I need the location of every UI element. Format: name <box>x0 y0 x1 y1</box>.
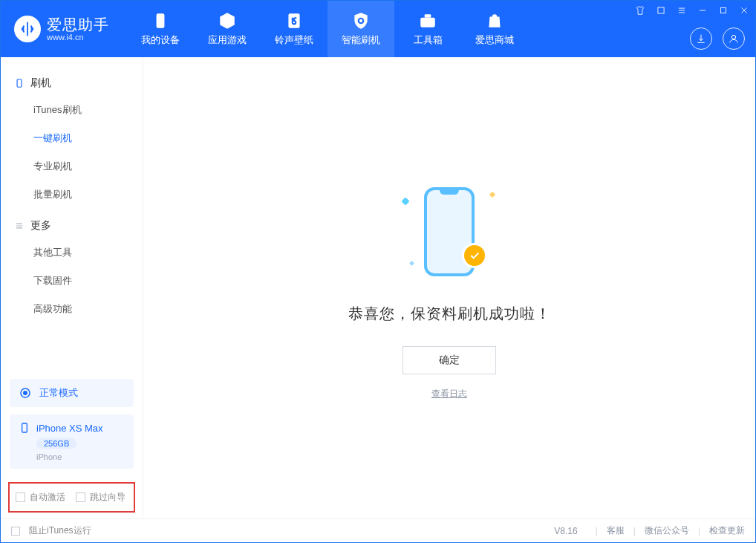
nav-label: 爱思商城 <box>475 33 514 47</box>
device-type: iPhone <box>36 452 125 461</box>
minimize-icon[interactable] <box>696 4 709 17</box>
sidebar-group-header: 更多 <box>1 213 143 238</box>
device-storage: 256GB <box>36 438 76 449</box>
version-label: V8.16 <box>554 526 577 536</box>
checkbox-icon <box>16 492 25 502</box>
svg-rect-5 <box>721 8 726 13</box>
sidebar-item-pro-flash[interactable]: 专业刷机 <box>1 152 143 181</box>
nav-label: 铃声壁纸 <box>275 33 313 47</box>
svg-rect-7 <box>17 79 22 88</box>
footer-link-check-update[interactable]: 检查更新 <box>709 524 745 537</box>
sidebar-item-batch-flash[interactable]: 批量刷机 <box>1 181 143 209</box>
toolbox-icon <box>418 11 437 30</box>
success-title: 恭喜您，保资料刷机成功啦！ <box>348 304 551 324</box>
list-icon <box>14 221 25 231</box>
cube-icon <box>218 11 237 30</box>
device-phone-icon <box>19 422 30 434</box>
app-subtitle: www.i4.cn <box>47 33 109 42</box>
checkbox-label: 阻止iTunes运行 <box>29 524 91 537</box>
device-mode-card[interactable]: 正常模式 <box>10 379 134 407</box>
svg-rect-4 <box>658 7 664 13</box>
user-icon[interactable] <box>723 27 745 50</box>
app-title: 爱思助手 <box>47 16 109 33</box>
sparkle-icon <box>489 191 495 197</box>
sparkle-icon <box>401 197 409 205</box>
sidebar-item-advanced-features[interactable]: 高级功能 <box>1 295 143 323</box>
confirm-button[interactable]: 确定 <box>403 346 496 374</box>
group-label: 刷机 <box>30 77 51 90</box>
maximize-icon[interactable] <box>717 4 730 17</box>
footer-link-wechat[interactable]: 微信公众号 <box>645 524 689 537</box>
body-area: 刷机 iTunes刷机 一键刷机 专业刷机 批量刷机 更多 其他工具 下载固件 … <box>1 57 755 518</box>
checkbox-label: 自动激活 <box>30 491 65 504</box>
footer-link-service[interactable]: 客服 <box>607 524 625 537</box>
checkbox-icon <box>76 492 85 502</box>
nav-tab-my-device[interactable]: 我的设备 <box>127 1 194 57</box>
sidebar: 刷机 iTunes刷机 一键刷机 专业刷机 批量刷机 更多 其他工具 下载固件 … <box>1 57 143 518</box>
header: 爱思助手 www.i4.cn 我的设备 应用游戏 铃声壁纸 智能刷机 <box>1 1 755 57</box>
footer: 阻止iTunes运行 V8.16 | 客服 | 微信公众号 | 检查更新 <box>1 518 755 542</box>
nav-label: 我的设备 <box>141 33 180 47</box>
window-controls <box>633 4 751 17</box>
check-circle-icon <box>462 243 487 268</box>
close-icon[interactable] <box>737 4 751 17</box>
checkbox-block-itunes[interactable]: 阻止iTunes运行 <box>11 524 91 537</box>
checkbox-auto-activate[interactable]: 自动激活 <box>16 491 65 504</box>
flash-options-box: 自动激活 跳过向导 <box>8 482 135 513</box>
nav-tab-ring-wallpaper[interactable]: 铃声壁纸 <box>261 1 328 57</box>
nav-label: 工具箱 <box>414 33 443 47</box>
checkbox-icon <box>11 527 20 536</box>
sidebar-item-itunes-flash[interactable]: iTunes刷机 <box>1 96 143 124</box>
device-mode-label: 正常模式 <box>39 386 78 400</box>
nav-tab-smart-flash[interactable]: 智能刷机 <box>328 1 394 57</box>
sidebar-group-header: 刷机 <box>1 71 143 96</box>
main-content: 恭喜您，保资料刷机成功啦！ 确定 查看日志 <box>143 57 755 518</box>
menu-icon[interactable] <box>675 4 688 17</box>
sidebar-group-more: 更多 其他工具 下载固件 高级功能 <box>1 213 143 328</box>
download-icon[interactable] <box>690 27 712 50</box>
header-right-icons <box>690 27 745 50</box>
view-log-link[interactable]: 查看日志 <box>431 388 467 400</box>
sparkle-icon <box>409 260 414 265</box>
window-icon[interactable] <box>654 4 668 17</box>
logo-area: 爱思助手 www.i4.cn <box>1 1 123 57</box>
checkbox-label: 跳过向导 <box>90 491 126 504</box>
nav-tab-apps-games[interactable]: 应用游戏 <box>194 1 261 57</box>
sidebar-group-flash: 刷机 iTunes刷机 一键刷机 专业刷机 批量刷机 <box>1 71 143 213</box>
sidebar-item-other-tools[interactable]: 其他工具 <box>1 238 143 267</box>
app-logo-icon <box>14 16 41 42</box>
app-window: 爱思助手 www.i4.cn 我的设备 应用游戏 铃声壁纸 智能刷机 <box>0 0 756 543</box>
device-name: iPhone XS Max <box>36 423 103 434</box>
sidebar-item-one-click-flash[interactable]: 一键刷机 <box>1 124 143 152</box>
phone-icon <box>151 11 170 30</box>
shirt-icon[interactable] <box>633 4 647 17</box>
svg-point-9 <box>24 391 27 395</box>
shield-refresh-icon <box>351 11 371 30</box>
checkbox-skip-guide[interactable]: 跳过向导 <box>76 491 126 504</box>
nav-label: 应用游戏 <box>208 33 247 47</box>
mode-icon <box>19 386 32 400</box>
success-illustration <box>394 176 505 287</box>
device-info-card[interactable]: iPhone XS Max 256GB iPhone <box>10 414 134 469</box>
group-label: 更多 <box>30 219 51 233</box>
svg-rect-2 <box>420 18 435 27</box>
music-file-icon <box>284 11 304 30</box>
sidebar-item-download-firmware[interactable]: 下载固件 <box>1 267 143 295</box>
svg-point-6 <box>731 35 735 39</box>
bag-icon <box>485 11 504 30</box>
nav-tab-store[interactable]: 爱思商城 <box>461 1 528 57</box>
nav-tabs: 我的设备 应用游戏 铃声壁纸 智能刷机 工具箱 爱思商城 <box>127 1 528 57</box>
phone-outline-icon <box>14 78 25 88</box>
svg-rect-3 <box>425 14 431 17</box>
svg-rect-0 <box>157 13 165 28</box>
nav-label: 智能刷机 <box>342 33 380 47</box>
svg-rect-10 <box>22 423 27 432</box>
nav-tab-toolbox[interactable]: 工具箱 <box>394 1 461 57</box>
